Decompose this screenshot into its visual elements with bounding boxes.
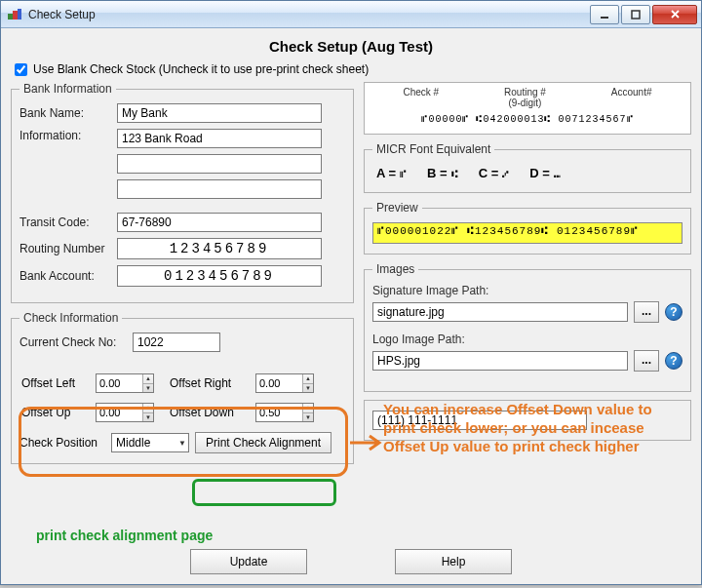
svg-rect-2 — [18, 9, 21, 20]
bank-info-line2[interactable] — [117, 154, 322, 174]
bank-information-group: Bank Information Bank Name: Information: — [11, 82, 354, 303]
check-position-label: Check Position — [20, 436, 105, 450]
bank-info-legend: Bank Information — [20, 82, 116, 96]
check-position-combo[interactable]: Middle ▼ — [111, 433, 189, 452]
micr-font-equivalent-group: MICR Font Equivalent A =⑈ B =⑆ C =⑇ D =⑉ — [364, 142, 691, 193]
help-button[interactable]: Help — [395, 549, 512, 574]
titlebar: Check Setup — [1, 1, 701, 28]
bank-info-label: Information: — [20, 129, 117, 142]
preview-group: Preview ⑈000001022⑈ ⑆123456789⑆ 01234567… — [364, 201, 691, 255]
check-setup-window: Check Setup Check Setup (Aug Test) Use B… — [0, 0, 702, 585]
micr-eq-legend: MICR Font Equivalent — [372, 142, 494, 156]
offset-right-input[interactable] — [256, 374, 302, 392]
bank-account-label: Bank Account: — [20, 269, 117, 283]
micr-d-symbol: ⑉ — [554, 169, 562, 180]
update-button[interactable]: Update — [190, 549, 307, 574]
maximize-button[interactable] — [621, 5, 650, 24]
micr-a-symbol: ⑈ — [400, 169, 408, 180]
help-icon[interactable]: ? — [665, 352, 682, 370]
offset-up-input[interactable] — [97, 404, 142, 421]
check-info-legend: Check Information — [20, 311, 122, 325]
check-position-value: Middle — [116, 436, 150, 450]
diagram-account-label: Account# — [611, 87, 652, 108]
bank-name-label: Bank Name: — [20, 106, 117, 120]
current-check-no-label: Current Check No: — [20, 335, 133, 349]
micr-d-label: D = — [529, 166, 550, 180]
micr-diagram: Check # Routing # (9-digit) Account# ⑈00… — [364, 82, 691, 135]
help-icon[interactable]: ? — [665, 303, 682, 321]
page-title: Check Setup (Aug Test) — [11, 38, 691, 55]
bank-info-line3[interactable] — [117, 179, 322, 199]
images-group: Images Signature Image Path: ... ? Logo … — [364, 262, 691, 392]
print-check-alignment-button[interactable]: Print Check Alignment — [195, 432, 332, 453]
preview-value: ⑈000001022⑈ ⑆123456789⑆ 0123456789⑈ — [372, 222, 682, 244]
logo-browse-button[interactable]: ... — [634, 350, 659, 372]
diagram-check-label: Check # — [403, 87, 439, 108]
signature-browse-button[interactable]: ... — [634, 301, 659, 323]
minimize-button[interactable] — [590, 5, 619, 24]
transit-code-input[interactable] — [117, 213, 322, 232]
svg-rect-3 — [601, 17, 608, 19]
bank-name-input[interactable] — [117, 103, 322, 123]
close-button[interactable] — [652, 5, 697, 24]
annotation-green-box — [192, 479, 336, 506]
app-icon — [7, 7, 22, 22]
transit-code-label: Transit Code: — [20, 216, 117, 229]
chevron-down-icon: ▼ — [176, 439, 186, 448]
offset-left-stepper[interactable]: ▲▼ — [96, 373, 154, 393]
offset-right-label: Offset Right — [170, 376, 250, 390]
offset-left-input[interactable] — [97, 374, 142, 392]
offset-right-stepper[interactable]: ▲▼ — [255, 373, 314, 393]
offset-up-label: Offset Up — [21, 406, 90, 419]
bank-info-line1[interactable] — [117, 129, 322, 148]
routing-number-input[interactable] — [117, 238, 322, 259]
svg-rect-0 — [8, 14, 13, 20]
images-legend: Images — [372, 262, 418, 276]
logo-path-input[interactable] — [372, 351, 628, 371]
preview-legend: Preview — [372, 201, 422, 215]
diagram-routing-sub: (9-digit) — [509, 98, 542, 108]
offset-down-stepper[interactable]: ▲▼ — [255, 403, 314, 422]
micr-a-label: A = — [376, 166, 396, 180]
offset-up-stepper[interactable]: ▲▼ — [96, 403, 154, 422]
diagram-sample: ⑈00000⑈ ⑆042000013⑆ 0071234567⑈ — [370, 114, 684, 125]
phone-group — [364, 400, 691, 441]
routing-number-label: Routing Number — [20, 242, 117, 255]
phone-input[interactable] — [372, 411, 587, 430]
window-title: Check Setup — [28, 8, 588, 21]
offset-down-input[interactable] — [256, 404, 302, 421]
annotation-green-text: print check alignment page — [36, 528, 213, 543]
svg-rect-4 — [632, 11, 640, 19]
use-blank-stock-label: Use Blank Check Stock (Uncheck it to use… — [33, 62, 369, 76]
use-blank-stock-checkbox[interactable] — [15, 63, 27, 76]
check-information-group: Check Information Current Check No: Offs… — [11, 311, 354, 464]
bank-account-input[interactable] — [117, 265, 322, 287]
micr-b-label: B = — [427, 166, 448, 180]
logo-path-label: Logo Image Path: — [372, 333, 465, 346]
offset-left-label: Offset Left — [21, 376, 90, 390]
signature-path-label: Signature Image Path: — [372, 284, 488, 297]
svg-rect-1 — [13, 11, 18, 20]
micr-c-symbol: ⑇ — [502, 169, 510, 180]
window-buttons — [588, 5, 697, 24]
signature-path-input[interactable] — [372, 302, 628, 322]
diagram-routing-label: Routing # — [504, 87, 546, 98]
current-check-no-input[interactable] — [133, 333, 220, 352]
offset-down-label: Offset Down — [170, 406, 250, 419]
micr-b-symbol: ⑆ — [451, 169, 459, 180]
micr-c-label: C = — [479, 166, 499, 180]
